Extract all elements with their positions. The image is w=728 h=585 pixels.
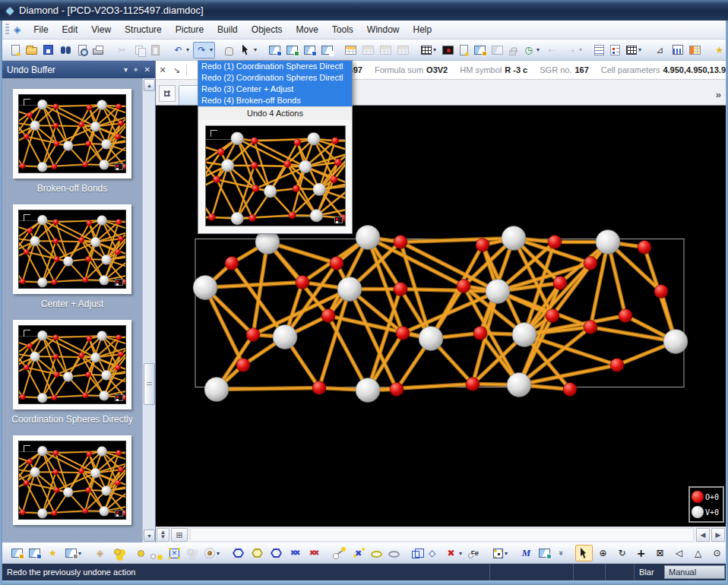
polyhedron-yellow-button[interactable] [248, 545, 266, 561]
translate-mode-button[interactable]: + [632, 545, 650, 561]
select-pointer-button[interactable] [575, 545, 593, 561]
scroll-left-icon[interactable]: ◀ [696, 528, 710, 542]
redo-button[interactable]: ↷▾ [193, 42, 215, 58]
data-sheet-3-button[interactable] [378, 43, 394, 57]
previous-picture-button[interactable]: ⇠ [543, 42, 561, 58]
undo-dropdown-icon[interactable]: ▾ [186, 46, 189, 53]
history-button[interactable]: ◷▾ [520, 42, 542, 58]
copy-picture-button[interactable] [472, 43, 488, 57]
rotate-z-button[interactable]: ↻ [613, 545, 631, 561]
title-bar[interactable]: ◆ Diamond - [PCD-V2O3-1125497.diamdoc] [0, 0, 728, 21]
picture-dark-button[interactable] [440, 43, 456, 57]
unit-cell-cube-button[interactable] [410, 545, 422, 561]
print-button[interactable] [90, 43, 106, 57]
next-picture-dropdown-icon[interactable]: ▾ [579, 46, 582, 53]
redo-menu-item[interactable]: Redo (4) Broken-off Bonds [198, 95, 352, 106]
fill-cell-button[interactable]: ✕ [167, 546, 182, 561]
destroy-atoms-button[interactable]: ◈ [91, 545, 109, 561]
toolbar-overflow-1-button[interactable]: » [554, 545, 568, 561]
picture-gallery-button[interactable] [9, 546, 25, 560]
status-mode[interactable]: Manual [664, 565, 725, 579]
save-button[interactable] [41, 43, 55, 57]
pane-menu-icon[interactable]: ▾ [124, 65, 128, 74]
destroy-bonds-button[interactable]: ✖ [350, 545, 367, 561]
delete-plane-button[interactable]: ✖▾ [442, 545, 464, 561]
filled-coordination-dropdown-icon[interactable]: ▾ [217, 550, 220, 557]
horizontal-scrollbar[interactable] [190, 528, 694, 542]
atom-symbol-fe-button[interactable]: Fe [466, 545, 483, 561]
zoom-mode-button[interactable]: ⊠ [651, 545, 669, 561]
powder-pattern-button[interactable] [670, 43, 685, 57]
picture-wizard-button[interactable]: ★ [44, 545, 62, 561]
close-pane-icon[interactable]: ✕ [144, 65, 150, 74]
lock-button[interactable] [507, 43, 518, 58]
menubar-grip[interactable] [5, 24, 9, 36]
pan-hand-button[interactable] [223, 43, 236, 58]
view-picture-dropdown-icon[interactable]: ▾ [78, 550, 81, 557]
open-file-button[interactable] [24, 43, 40, 57]
redo-menu-item[interactable]: Redo (1) Coordination Spheres Directl [198, 61, 352, 72]
copy-button[interactable] [132, 43, 147, 58]
polyhedra-group-button[interactable] [267, 545, 285, 561]
packing-range-button[interactable]: ▾ [491, 546, 510, 561]
destroy-polyhedra-red-button[interactable]: ✖✖ [305, 545, 323, 561]
undo-thumbnail-3[interactable] [13, 320, 131, 410]
menu-help[interactable]: Help [407, 22, 439, 37]
scroll-right-icon[interactable]: ▶ [711, 528, 725, 542]
ellipsoid-gray-button[interactable] [386, 546, 402, 560]
navigation-panel-button[interactable] [267, 43, 283, 57]
pin-icon[interactable]: ⌖ [134, 65, 138, 74]
scroll-up-icon[interactable]: ▲ [144, 79, 155, 91]
structure-matrix-dropdown-icon[interactable]: ▾ [433, 46, 436, 53]
row-spinner[interactable]: ▲▼ [157, 528, 169, 542]
print-preview-button[interactable] [76, 43, 89, 58]
angle-measure-button[interactable]: ⊿ [651, 42, 669, 58]
packing-range-dropdown-icon[interactable]: ▾ [505, 550, 508, 557]
grid-toggle-icon[interactable]: ⊞ [171, 528, 188, 542]
tab-overflow-icon[interactable]: » [716, 89, 721, 100]
export-picture-button[interactable] [27, 546, 43, 560]
undo-thumbnail-2[interactable] [13, 204, 131, 294]
menu-structure[interactable]: Structure [118, 22, 169, 37]
data-sheet-4-button[interactable] [395, 43, 411, 57]
tilt-view-button[interactable]: △ [689, 545, 707, 561]
add-atoms-button[interactable] [110, 545, 128, 561]
view-picture-button[interactable]: ▾ [63, 546, 84, 560]
find-button[interactable] [57, 42, 74, 58]
atom-search-button[interactable] [148, 545, 166, 561]
molecules-button[interactable] [183, 545, 201, 561]
goto-icon[interactable]: ↘ [169, 65, 183, 75]
document-icon[interactable]: ◈ [14, 24, 21, 35]
picture-locked-button[interactable] [489, 43, 505, 57]
undo-thumbnail-4[interactable] [13, 435, 131, 525]
new-picture-button[interactable] [457, 43, 470, 58]
menu-window[interactable]: Window [360, 22, 407, 37]
data-sheet-button[interactable] [343, 43, 359, 57]
destroy-polyhedra-blue-button[interactable]: ✖✖ [286, 545, 304, 561]
pointer-mode-dropdown-icon[interactable]: ▾ [254, 46, 257, 53]
tab-grid-button[interactable] [159, 85, 176, 102]
redo-menu-item[interactable]: Redo (2) Coordination Spheres Directl [198, 72, 352, 84]
table-view-dropdown-icon[interactable]: ▾ [638, 46, 641, 53]
picture-history-button[interactable] [284, 43, 300, 57]
undo-thumbnail-1[interactable] [13, 89, 131, 179]
clear-icon[interactable]: ✕ [156, 65, 169, 75]
rotate-xy-button[interactable]: ⊕ [594, 545, 612, 561]
menu-file[interactable]: File [27, 22, 55, 37]
lattice-plane-button[interactable]: ◇ [423, 545, 441, 561]
scrollbar-thumb[interactable] [144, 363, 155, 405]
cut-button[interactable]: ✂ [113, 42, 131, 58]
menu-objects[interactable]: Objects [245, 22, 290, 37]
polyhedron-blue-button[interactable] [229, 545, 247, 561]
history-dropdown-icon[interactable]: ▾ [537, 46, 540, 53]
report-button[interactable] [592, 43, 606, 58]
menu-tools[interactable]: Tools [325, 22, 360, 37]
scroll-down-icon[interactable]: ▼ [144, 530, 155, 542]
picture-blank-button[interactable] [319, 43, 335, 57]
redo-dropdown-icon[interactable]: ▾ [210, 46, 213, 53]
property-table-button[interactable] [687, 43, 703, 57]
create-bond-button[interactable] [331, 545, 348, 561]
pointer-mode-button[interactable]: ▾ [237, 42, 259, 58]
next-picture-button[interactable]: ⇢▾ [562, 42, 584, 58]
paste-button[interactable] [149, 43, 162, 58]
